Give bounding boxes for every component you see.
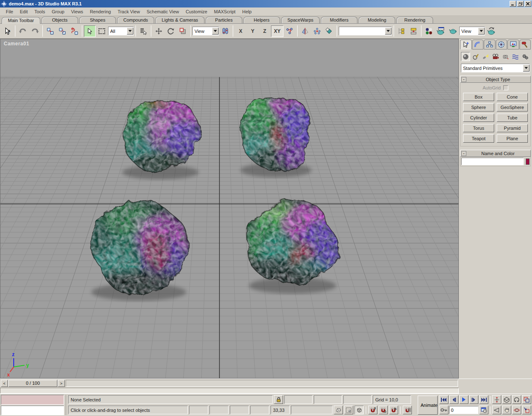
goto-start-button[interactable] (439, 395, 448, 404)
named-selection-dropdown[interactable] (339, 27, 392, 35)
orbit-camera-button[interactable] (512, 395, 521, 404)
truck-camera-button[interactable] (502, 406, 511, 414)
menu-item[interactable]: Track View (114, 8, 143, 15)
dropdown-arrow-icon[interactable] (212, 27, 219, 35)
reference-coordinate-dropdown[interactable]: View (192, 27, 219, 35)
menu-item[interactable]: File (2, 8, 17, 15)
use-pivot-center-button[interactable] (219, 25, 231, 37)
field-of-view-button[interactable] (492, 406, 501, 414)
open-track-view-button[interactable] (396, 25, 407, 37)
subcategory-dropdown[interactable]: Standard Primitives (461, 64, 530, 72)
object-type-button[interactable]: Cone (497, 93, 528, 101)
undo-button[interactable] (17, 25, 29, 37)
collapse-icon[interactable]: - (461, 151, 466, 156)
dolly-camera-button[interactable] (492, 395, 501, 404)
menu-item[interactable]: Tools (31, 8, 49, 15)
subobject-selection-button[interactable] (344, 406, 353, 414)
menu-item[interactable]: Group (48, 8, 68, 15)
bind-to-spacewarp-button[interactable] (69, 25, 80, 37)
menu-item[interactable]: Rendering (86, 8, 114, 15)
dropdown-arrow-icon[interactable] (127, 27, 133, 35)
key-mode-toggle[interactable] (439, 406, 448, 414)
listener-pane[interactable] (1, 406, 64, 416)
angle-snap-toggle-button[interactable] (379, 406, 388, 414)
maximize-button[interactable] (517, 1, 524, 7)
time-slider-handle[interactable]: 0 / 100 (8, 380, 57, 387)
object-type-button[interactable]: Sphere (463, 103, 494, 111)
toolbar-tab[interactable]: Rendering (397, 17, 433, 23)
crossing-selection-toggle[interactable] (355, 406, 364, 414)
coord-y-field[interactable] (314, 395, 342, 404)
rock-object[interactable] (234, 189, 352, 299)
select-by-name-button[interactable] (138, 25, 149, 37)
time-configuration-button[interactable] (479, 406, 488, 414)
toolbar-tab[interactable]: SpaceWarps (281, 17, 320, 23)
select-and-move-button[interactable] (153, 25, 165, 37)
mirror-button[interactable] (299, 25, 311, 37)
menu-item[interactable]: Help (239, 8, 255, 15)
category-lights[interactable] (481, 52, 490, 61)
object-color-swatch[interactable] (526, 158, 530, 165)
restrict-z-button[interactable]: Z (259, 25, 271, 37)
object-type-rollout-header[interactable]: - Object Type (460, 76, 531, 83)
rock-object[interactable] (228, 83, 325, 182)
object-name-input[interactable] (461, 158, 524, 165)
menu-item[interactable]: Customize (182, 8, 211, 15)
coord-z-field[interactable] (343, 395, 372, 404)
dropdown-arrow-icon[interactable] (523, 64, 530, 72)
toolbar-tab[interactable]: Particles (206, 17, 242, 23)
collapse-icon[interactable]: - (461, 77, 466, 82)
rock-objects-layer[interactable] (0, 39, 458, 378)
toolbar-tab[interactable]: Shapes (79, 17, 116, 23)
minimize-button[interactable] (510, 1, 516, 7)
render-scene-button[interactable] (435, 25, 447, 37)
next-frame-arrow[interactable]: > (58, 380, 65, 387)
object-type-button[interactable]: Tube (497, 114, 528, 122)
animate-button[interactable]: Animate (418, 396, 438, 415)
help-mode-button[interactable]: ? (2, 25, 13, 37)
tab-display[interactable] (507, 40, 519, 50)
rock-object[interactable] (74, 188, 203, 307)
menu-item[interactable]: MAXScript (211, 8, 239, 15)
select-and-rotate-button[interactable] (165, 25, 177, 37)
percent-snap-toggle-button[interactable]: % (389, 406, 398, 414)
next-frame-button[interactable] (469, 395, 478, 404)
zoom-extents-button[interactable] (502, 395, 511, 404)
toolbar-tab[interactable]: Lights & Cameras (155, 17, 204, 23)
coord-x-field[interactable] (284, 395, 313, 404)
object-type-button[interactable]: GeoSphere (497, 103, 528, 111)
track-bar[interactable] (0, 388, 459, 394)
previous-frame-arrow[interactable]: < (1, 380, 8, 387)
object-type-button[interactable]: Cylinder (463, 114, 494, 122)
autogrid-checkbox[interactable] (503, 85, 508, 90)
open-schematic-view-button[interactable] (408, 25, 419, 37)
tab-modify[interactable] (472, 40, 484, 50)
render-last-button[interactable] (485, 25, 497, 37)
object-type-button[interactable]: Pyramid (497, 124, 528, 132)
select-object-button[interactable] (84, 25, 96, 37)
degradation-override-button[interactable] (334, 406, 343, 414)
category-shapes[interactable] (471, 52, 480, 61)
snap-toggle-3d-button[interactable]: 3 (368, 406, 377, 414)
toolbar-tab[interactable]: Objects (42, 17, 78, 23)
ik-toggle-button[interactable] (284, 25, 296, 37)
object-type-button[interactable]: Box (463, 93, 494, 101)
toolbar-tab[interactable]: Main Toolbar (2, 17, 40, 24)
menu-item[interactable]: Edit (17, 8, 31, 15)
selection-region-button[interactable] (96, 25, 108, 37)
toolbar-tab[interactable]: Helpers (244, 17, 280, 23)
dropdown-arrow-icon[interactable] (478, 27, 485, 35)
rock-object[interactable] (108, 85, 212, 184)
viewport-label[interactable]: Camera01 (4, 41, 29, 47)
category-cameras[interactable] (491, 52, 500, 61)
region-zoom-button[interactable] (522, 406, 531, 414)
tab-hierarchy[interactable] (484, 40, 495, 50)
material-editor-button[interactable] (423, 25, 435, 37)
tab-motion[interactable] (496, 40, 507, 50)
unlink-selection-button[interactable] (57, 25, 68, 37)
spinner-snap-toggle-button[interactable] (403, 406, 412, 414)
quick-render-button[interactable] (447, 25, 459, 37)
menu-item[interactable]: Views (68, 8, 86, 15)
macro-recorder-pane[interactable] (1, 395, 64, 405)
orbit-selected-button[interactable] (512, 406, 521, 414)
